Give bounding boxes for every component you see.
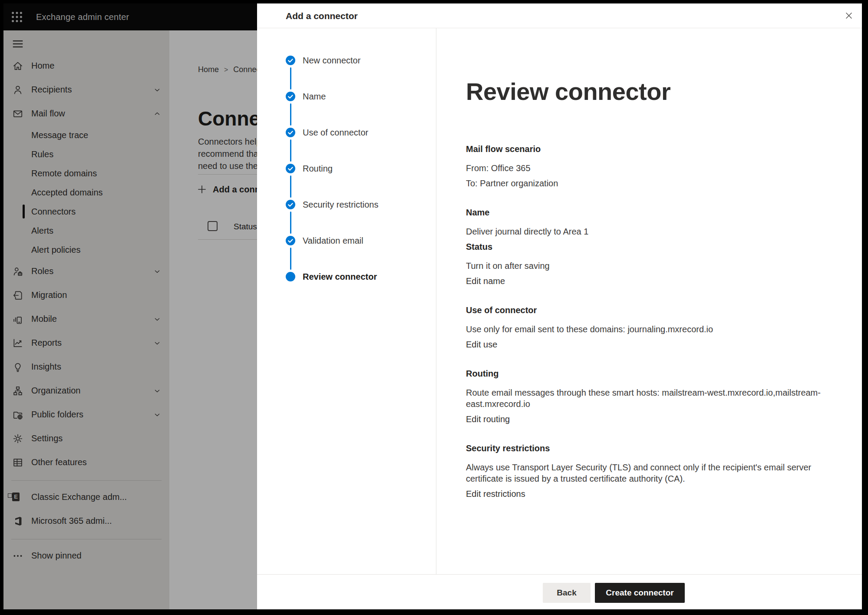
- wizard-step-review-connector[interactable]: Review connector: [303, 271, 377, 282]
- review-heading: Review connector: [466, 77, 670, 106]
- back-button[interactable]: Back: [543, 583, 591, 603]
- review-section-use-of-connector: Use of connectorUse only for email sent …: [466, 304, 826, 350]
- section-text: Always use Transport Layer Security (TLS…: [466, 462, 826, 484]
- wizard-step-routing[interactable]: Routing: [303, 163, 333, 174]
- wizard-body: New connectorNameUse of connectorRouting…: [257, 28, 862, 574]
- wizard-header: Add a connector: [257, 3, 862, 28]
- step-connector-line: [290, 67, 291, 89]
- step-check-icon: [286, 200, 295, 209]
- close-icon[interactable]: [842, 9, 856, 23]
- section-title: Security restrictions: [466, 443, 826, 454]
- section-text: To: Partner organization: [466, 178, 826, 189]
- section-text: Turn it on after saving: [466, 260, 826, 271]
- review-content: Review connector Mail flow scenarioFrom:…: [466, 28, 862, 574]
- edit-routing-link[interactable]: Edit routing: [466, 413, 826, 425]
- section-subtitle: Status: [466, 241, 826, 252]
- step-connector-line: [290, 248, 291, 270]
- step-connector-line: [290, 139, 291, 162]
- review-section-mail-flow-scenario: Mail flow scenarioFrom: Office 365To: Pa…: [466, 143, 826, 189]
- wizard-title: Add a connector: [286, 3, 358, 28]
- section-text: Use only for email sent to these domains…: [466, 324, 826, 335]
- wizard-step-validation-email[interactable]: Validation email: [303, 235, 363, 246]
- step-check-icon: [286, 128, 295, 137]
- section-text: Deliver journal directly to Area 1: [466, 226, 826, 237]
- section-title: Use of connector: [466, 304, 826, 316]
- step-connector-line: [290, 103, 291, 126]
- section-text: Route email messages through these smart…: [466, 387, 826, 410]
- wizard-step-security-restrictions[interactable]: Security restrictions: [303, 199, 379, 210]
- review-section-security-restrictions: Security restrictionsAlways use Transpor…: [466, 443, 826, 499]
- step-check-icon: [286, 92, 295, 101]
- review-section-routing: RoutingRoute email messages through thes…: [466, 368, 826, 425]
- wizard-step-new-connector[interactable]: New connector: [303, 55, 360, 66]
- step-check-icon: [286, 164, 295, 173]
- step-connector-line: [290, 175, 291, 198]
- step-check-icon: [286, 56, 295, 65]
- section-text: From: Office 365: [466, 162, 826, 174]
- section-title: Routing: [466, 368, 826, 379]
- step-current-icon: [286, 272, 295, 281]
- step-check-icon: [286, 236, 295, 245]
- edit-use-link[interactable]: Edit use: [466, 339, 826, 350]
- review-sections: Mail flow scenarioFrom: Office 365To: Pa…: [466, 143, 826, 517]
- wizard-step-name[interactable]: Name: [303, 91, 326, 102]
- screenshot-frame: Exchange admin center HomeRecipientsMail…: [0, 0, 868, 615]
- create-connector-button[interactable]: Create connector: [595, 583, 685, 603]
- edit-restrictions-link[interactable]: Edit restrictions: [466, 488, 826, 499]
- review-section-name: NameDeliver journal directly to Area 1St…: [466, 207, 826, 287]
- wizard-footer: Back Create connector: [257, 574, 862, 609]
- exchange-admin-app: Exchange admin center HomeRecipientsMail…: [3, 3, 862, 609]
- wizard-steps-panel: New connectorNameUse of connectorRouting…: [257, 28, 436, 574]
- edit-name-link[interactable]: Edit name: [466, 275, 826, 287]
- step-connector-line: [290, 212, 291, 234]
- section-title: Name: [466, 207, 826, 218]
- section-title: Mail flow scenario: [466, 143, 826, 155]
- add-connector-wizard: Add a connector New connectorNameUse of …: [257, 3, 862, 609]
- wizard-step-use-of-connector[interactable]: Use of connector: [303, 127, 368, 138]
